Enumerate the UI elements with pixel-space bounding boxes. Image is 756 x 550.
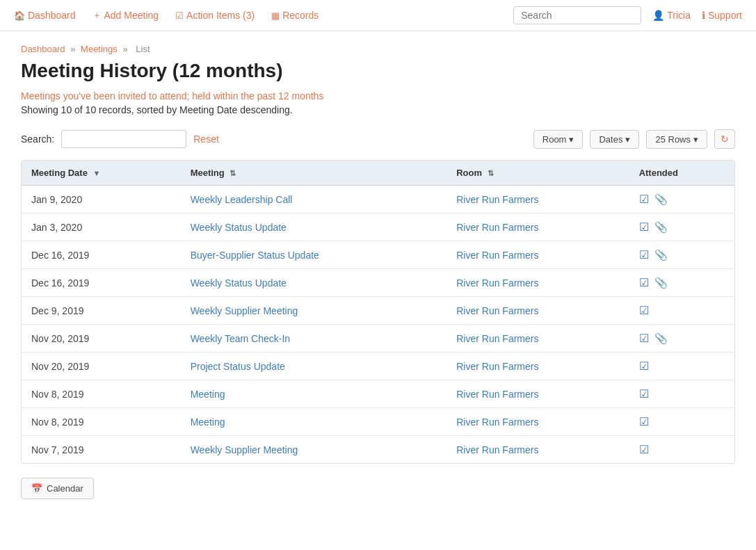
meeting-link[interactable]: Weekly Leadership Call xyxy=(191,194,293,205)
cell-date: Nov 20, 2019 xyxy=(22,353,181,380)
room-link[interactable]: River Run Farmers xyxy=(456,305,538,316)
cell-room: River Run Farmers xyxy=(447,297,629,325)
cell-room: River Run Farmers xyxy=(447,269,629,297)
cell-attended: ☑ xyxy=(629,297,734,325)
cell-meeting: Meeting xyxy=(181,380,447,408)
table-header: Meeting Date ▼ Meeting ⇅ Room ⇅ Attended xyxy=(22,161,734,186)
sort-icon: ▼ xyxy=(93,169,101,177)
attachment-icon[interactable]: 📎 xyxy=(654,193,668,206)
room-link[interactable]: River Run Farmers xyxy=(456,194,538,205)
attachment-icon[interactable]: 📎 xyxy=(654,332,668,345)
rows-filter-btn[interactable]: 25 Rows ▾ xyxy=(646,130,707,149)
attachment-icon[interactable]: 📎 xyxy=(654,249,668,261)
table-row: Dec 9, 2019Weekly Supplier MeetingRiver … xyxy=(22,297,734,325)
cell-room: River Run Farmers xyxy=(447,353,629,380)
cell-attended: ☑📎 xyxy=(629,186,734,213)
cell-meeting: Weekly Supplier Meeting xyxy=(181,297,447,325)
meetings-table: Meeting Date ▼ Meeting ⇅ Room ⇅ Attended xyxy=(22,161,734,463)
meeting-link[interactable]: Meeting xyxy=(191,416,225,428)
attachment-icon[interactable]: 📎 xyxy=(654,277,668,289)
meeting-link[interactable]: Weekly Status Update xyxy=(191,277,287,289)
cell-attended: ☑📎 xyxy=(629,213,734,241)
sort-icon: ⇅ xyxy=(230,169,236,177)
sort-icon: ⇅ xyxy=(488,169,494,177)
table-search-input[interactable] xyxy=(61,130,186,148)
col-meeting-date[interactable]: Meeting Date ▼ xyxy=(22,161,181,186)
cell-date: Nov 7, 2019 xyxy=(22,436,181,464)
table-row: Jan 3, 2020Weekly Status UpdateRiver Run… xyxy=(22,213,734,241)
room-filter-btn[interactable]: Room ▾ xyxy=(533,130,584,149)
meeting-link[interactable]: Weekly Status Update xyxy=(191,222,287,233)
room-link[interactable]: River Run Farmers xyxy=(456,250,538,261)
attended-check-icon: ☑ xyxy=(639,332,649,345)
room-link[interactable]: River Run Farmers xyxy=(456,277,538,289)
nav-add-meeting[interactable]: ＋ Add Meeting xyxy=(93,9,159,22)
cell-date: Jan 9, 2020 xyxy=(22,186,181,213)
chevron-down-icon: ▾ xyxy=(693,134,698,145)
attended-check-icon: ☑ xyxy=(639,276,649,289)
table-row: Dec 16, 2019Weekly Status UpdateRiver Ru… xyxy=(22,269,734,297)
cell-room: River Run Farmers xyxy=(447,213,629,241)
meeting-link[interactable]: Meeting xyxy=(191,389,225,400)
nav-support[interactable]: ℹ Support xyxy=(702,10,742,21)
cell-attended: ☑📎 xyxy=(629,241,734,269)
user-icon: 👤 xyxy=(652,10,664,21)
cell-date: Dec 16, 2019 xyxy=(22,269,181,297)
breadcrumb-dashboard[interactable]: Dashboard xyxy=(21,44,65,54)
cell-date: Dec 16, 2019 xyxy=(22,241,181,269)
cell-meeting: Meeting xyxy=(181,408,447,436)
cell-date: Nov 8, 2019 xyxy=(22,408,181,436)
info-icon: ℹ xyxy=(702,10,705,21)
table-row: Nov 7, 2019Weekly Supplier MeetingRiver … xyxy=(22,436,734,464)
room-link[interactable]: River Run Farmers xyxy=(456,222,538,233)
table-row: Nov 20, 2019Project Status UpdateRiver R… xyxy=(22,353,734,380)
nav-user[interactable]: 👤 Tricia xyxy=(652,10,691,21)
meeting-link[interactable]: Weekly Supplier Meeting xyxy=(191,444,298,455)
cell-meeting: Weekly Supplier Meeting xyxy=(181,436,447,464)
cell-attended: ☑ xyxy=(629,436,734,464)
attended-check-icon: ☑ xyxy=(639,220,649,234)
table-row: Jan 9, 2020Weekly Leadership CallRiver R… xyxy=(22,186,734,213)
cell-room: River Run Farmers xyxy=(447,380,629,408)
cell-attended: ☑ xyxy=(629,408,734,436)
room-link[interactable]: River Run Farmers xyxy=(456,361,538,372)
calendar-button[interactable]: 📅 Calendar xyxy=(21,478,94,499)
meeting-link[interactable]: Project Status Update xyxy=(191,361,285,372)
attachment-icon[interactable]: 📎 xyxy=(654,221,668,234)
reset-link[interactable]: Reset xyxy=(193,134,219,145)
cell-date: Jan 3, 2020 xyxy=(22,213,181,241)
cell-attended: ☑ xyxy=(629,353,734,380)
meeting-link[interactable]: Weekly Supplier Meeting xyxy=(191,305,298,316)
col-room[interactable]: Room ⇅ xyxy=(447,161,629,186)
breadcrumb-current: List xyxy=(136,44,150,54)
refresh-icon: ↻ xyxy=(721,134,729,145)
col-meeting[interactable]: Meeting ⇅ xyxy=(181,161,447,186)
cell-date: Nov 8, 2019 xyxy=(22,380,181,408)
page-subtitle: Meetings you've been invited to attend; … xyxy=(21,90,735,102)
nav-dashboard[interactable]: 🏠 Dashboard xyxy=(14,10,76,21)
meeting-link[interactable]: Weekly Team Check-In xyxy=(191,333,290,344)
room-link[interactable]: River Run Farmers xyxy=(456,389,538,400)
nav-records[interactable]: ▦ Records xyxy=(271,10,319,21)
nav-search-input[interactable] xyxy=(513,6,641,24)
room-link[interactable]: River Run Farmers xyxy=(456,416,538,428)
refresh-btn[interactable]: ↻ xyxy=(714,129,735,149)
meeting-link[interactable]: Buyer-Supplier Status Update xyxy=(191,250,319,261)
attended-check-icon: ☑ xyxy=(639,443,649,456)
cell-room: River Run Farmers xyxy=(447,186,629,213)
cell-date: Dec 9, 2019 xyxy=(22,297,181,325)
dates-filter-btn[interactable]: Dates ▾ xyxy=(590,130,639,149)
room-link[interactable]: River Run Farmers xyxy=(456,333,538,344)
room-link[interactable]: River Run Farmers xyxy=(456,444,538,455)
navbar: 🏠 Dashboard ＋ Add Meeting ☑ Action Items… xyxy=(0,0,756,31)
cell-room: River Run Farmers xyxy=(447,325,629,353)
table-body: Jan 9, 2020Weekly Leadership CallRiver R… xyxy=(22,186,734,464)
home-icon: 🏠 xyxy=(14,10,25,21)
cell-date: Nov 20, 2019 xyxy=(22,325,181,353)
checkbox-icon: ☑ xyxy=(175,10,184,21)
showing-text: Showing 10 of 10 records, sorted by Meet… xyxy=(21,104,735,115)
chevron-down-icon: ▾ xyxy=(569,134,574,145)
breadcrumb-meetings[interactable]: Meetings xyxy=(81,44,118,54)
attended-check-icon: ☑ xyxy=(639,248,649,261)
nav-action-items[interactable]: ☑ Action Items (3) xyxy=(175,10,255,21)
